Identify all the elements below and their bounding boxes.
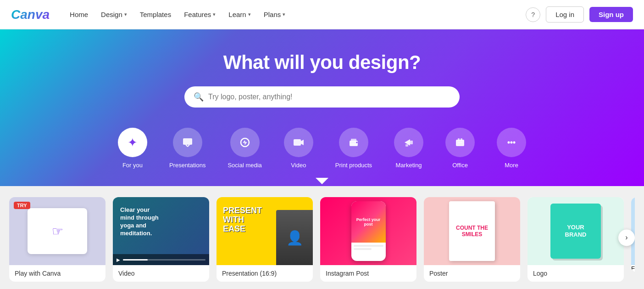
category-more[interactable]: More — [489, 124, 533, 176]
category-label: For you — [122, 162, 143, 169]
search-icon: 🔍 — [194, 92, 204, 102]
svg-rect-6 — [351, 139, 356, 142]
office-icon — [445, 128, 475, 157]
nav-templates[interactable]: Templates — [134, 7, 177, 22]
category-social-media[interactable]: Social media — [220, 124, 269, 176]
search-input[interactable] — [208, 93, 450, 101]
presentation-thumb: PRESENTWITHEASE 👤 — [217, 197, 313, 265]
design-card-logo[interactable]: YOURBRAND Logo — [527, 197, 624, 282]
logo-overlay-text: YOURBRAND — [565, 224, 587, 238]
social-media-icon — [230, 128, 260, 157]
svg-line-1 — [186, 145, 188, 147]
category-presentations[interactable]: Presentations — [162, 124, 213, 176]
svg-point-17 — [513, 142, 516, 144]
category-row: ✦ For you Presentations Social media Vid… — [0, 124, 644, 176]
try-badge: TRY — [14, 202, 30, 209]
logo[interactable]: Canva — [11, 7, 50, 22]
svg-rect-10 — [405, 144, 408, 147]
design-cards-section: TRY ☞ Play with Canva Clear yourmind thr… — [0, 186, 644, 289]
down-arrow-icon — [316, 178, 328, 184]
help-button[interactable]: ? — [526, 7, 540, 22]
category-marketing[interactable]: Marketing — [387, 124, 431, 176]
svg-point-15 — [508, 142, 510, 144]
nav-links: Home Design ▾ Templates Features ▾ Learn… — [64, 7, 526, 22]
video-play-bar: ▶ — [113, 254, 209, 265]
signup-button[interactable]: Sign up — [589, 7, 633, 22]
play-icon: ▶ — [117, 257, 120, 262]
play-thumb-inner: ☞ — [28, 208, 87, 254]
play-thumb: TRY ☞ — [9, 197, 105, 265]
svg-point-16 — [511, 142, 513, 144]
logo-text: Canva — [11, 7, 50, 22]
poster-overlay-text: COUNT THE SMILES — [453, 225, 491, 238]
poster-inner: COUNT THE SMILES — [449, 201, 495, 261]
poster-label: Poster — [424, 265, 520, 282]
nav-plans[interactable]: Plans ▾ — [258, 7, 291, 22]
nav-features[interactable]: Features ▾ — [178, 7, 221, 22]
instagram-phone: Perfect your post — [351, 201, 386, 261]
navbar: Canva Home Design ▾ Templates Features ▾… — [0, 0, 644, 29]
play-canva-label: Play with Canva — [9, 265, 105, 282]
svg-line-2 — [188, 145, 189, 147]
category-label: More — [505, 162, 518, 169]
category-office[interactable]: Office — [438, 124, 482, 176]
design-card-poster[interactable]: COUNT THE SMILES Poster — [424, 197, 520, 282]
instagram-thumb: Perfect your post — [320, 197, 416, 265]
facebook-label: Faceb — [631, 265, 635, 272]
nav-design[interactable]: Design ▾ — [95, 7, 133, 22]
nav-learn[interactable]: Learn ▾ — [223, 7, 256, 22]
presentation-person: 👤 — [276, 210, 313, 265]
logo-thumb: YOURBRAND — [527, 197, 624, 265]
svg-rect-9 — [410, 141, 413, 144]
hero-title: What will you design? — [0, 51, 644, 74]
instagram-label: Instagram Post — [320, 265, 416, 282]
category-label: Office — [452, 162, 468, 169]
cursor-icon: ☞ — [52, 224, 63, 239]
instagram-bottom — [351, 243, 386, 252]
design-card-instagram[interactable]: Perfect your post Instagram Post — [320, 197, 416, 282]
svg-rect-4 — [294, 139, 301, 146]
search-bar: 🔍 — [184, 86, 460, 108]
category-label: Print products — [335, 162, 372, 169]
design-card-play-canva[interactable]: TRY ☞ Play with Canva — [9, 197, 105, 282]
chevron-down-icon: ▾ — [248, 11, 251, 17]
presentations-icon — [173, 128, 202, 157]
next-arrow-button[interactable]: › — [618, 229, 635, 246]
design-card-video[interactable]: Clear yourmind throughyoga andmeditation… — [113, 197, 209, 282]
presentation-overlay-text: PRESENTWITHEASE — [223, 206, 262, 233]
video-label: Video — [113, 265, 209, 282]
print-products-icon — [339, 128, 368, 157]
design-card-presentation[interactable]: PRESENTWITHEASE 👤 Presentation (16:9) — [217, 197, 313, 282]
nav-home[interactable]: Home — [64, 7, 94, 22]
category-for-you[interactable]: ✦ For you — [111, 124, 155, 176]
login-button[interactable]: Log in — [546, 6, 584, 23]
video-thumb: Clear yourmind throughyoga andmeditation… — [113, 197, 209, 265]
svg-rect-13 — [461, 138, 462, 141]
svg-rect-14 — [458, 142, 462, 143]
chevron-down-icon: ▾ — [124, 11, 127, 17]
chevron-down-icon: ▾ — [213, 11, 216, 17]
instagram-screen: Perfect your post — [351, 201, 386, 243]
hero-section: What will you design? 🔍 ✦ For you Presen… — [0, 29, 644, 186]
logo-inner: YOURBRAND — [550, 204, 601, 259]
category-label: Video — [291, 162, 306, 169]
category-label: Social media — [228, 162, 261, 169]
video-progress-bar — [123, 259, 205, 261]
video-progress-fill — [123, 259, 148, 261]
logo-label: Logo — [527, 265, 624, 282]
category-video[interactable]: Video — [277, 124, 321, 176]
category-label: Presentations — [169, 162, 206, 169]
category-label: Marketing — [396, 162, 422, 169]
presentation-label: Presentation (16:9) — [217, 265, 313, 282]
design-grid: TRY ☞ Play with Canva Clear yourmind thr… — [9, 197, 635, 282]
svg-rect-12 — [458, 138, 460, 141]
video-overlay-text: Clear yourmind throughyoga andmeditation… — [120, 206, 159, 238]
video-icon — [284, 128, 313, 157]
chevron-down-icon: ▾ — [283, 11, 285, 17]
marketing-icon — [394, 128, 423, 157]
svg-rect-7 — [351, 143, 356, 145]
svg-point-8 — [356, 142, 357, 143]
svg-rect-0 — [183, 138, 192, 145]
category-print-products[interactable]: Print products — [328, 124, 379, 176]
nav-actions: ? Log in Sign up — [526, 6, 633, 23]
